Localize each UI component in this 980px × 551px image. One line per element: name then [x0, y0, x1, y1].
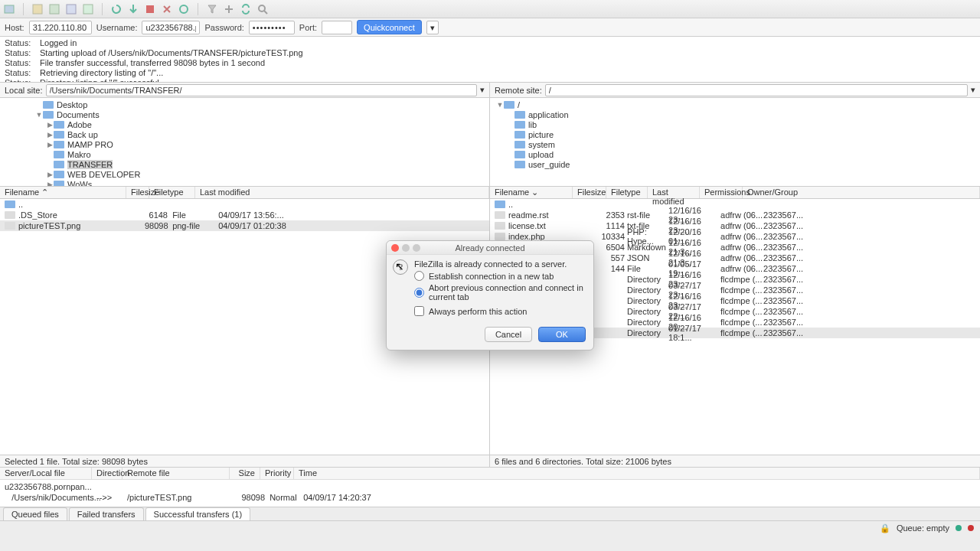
- tree-item-label: application: [528, 110, 569, 119]
- toggle-local-tree-icon[interactable]: [48, 3, 60, 15]
- toggle-log-icon[interactable]: [31, 3, 44, 15]
- folder-icon: [54, 131, 64, 139]
- folder-icon: [514, 151, 525, 158]
- remote-col-filename[interactable]: Filename ⌄: [490, 187, 573, 198]
- cancel-icon[interactable]: [144, 3, 156, 15]
- file-row[interactable]: ..: [490, 199, 980, 210]
- expand-arrow-icon[interactable]: ▶: [46, 181, 54, 187]
- queue-col-priority[interactable]: Priority: [260, 468, 294, 479]
- log-message: Retrieving directory listing of "/"...: [40, 68, 163, 78]
- queue-col-time[interactable]: Time: [294, 468, 980, 479]
- search-icon[interactable]: [256, 3, 269, 15]
- site-manager-icon[interactable]: [3, 3, 15, 15]
- compare-icon[interactable]: [223, 3, 235, 15]
- tree-item-label: WEB DEVELOPER: [67, 170, 140, 179]
- local-col-filename[interactable]: Filename ⌃: [0, 187, 126, 198]
- file-row[interactable]: pictureTEST.png98098 png-file04/09/17 01…: [0, 220, 489, 231]
- cancel-button[interactable]: Cancel: [485, 327, 532, 342]
- folder-icon: [54, 161, 64, 168]
- queue-col-server[interactable]: Server/Local file: [0, 468, 92, 479]
- host-input[interactable]: [29, 21, 92, 34]
- local-site-input[interactable]: [46, 84, 477, 96]
- refresh-icon[interactable]: [110, 3, 122, 15]
- tree-item[interactable]: ▶WEB DEVELOPER: [0, 169, 489, 179]
- tree-item[interactable]: picture: [490, 129, 980, 139]
- password-input[interactable]: [249, 21, 295, 34]
- expand-arrow-icon[interactable]: ▶: [46, 171, 54, 178]
- remote-col-filetype[interactable]: Filetype: [606, 187, 648, 198]
- tree-item[interactable]: ▶WoWs: [0, 179, 489, 186]
- expand-arrow-icon[interactable]: ▼: [35, 111, 43, 119]
- tree-item[interactable]: Makro: [0, 149, 489, 159]
- queue-row[interactable]: /Users/nik/Documents...-->>/pictureTEST.…: [0, 492, 980, 503]
- queue-col-size[interactable]: Size: [230, 468, 260, 479]
- local-col-filetype[interactable]: Filetype: [149, 187, 195, 198]
- transfer-queue[interactable]: u232356788.pornpan... /Users/nik/Documen…: [0, 480, 980, 507]
- reconnect-icon[interactable]: [178, 3, 190, 15]
- filter-icon[interactable]: [206, 3, 218, 15]
- file-row[interactable]: ..: [0, 199, 489, 210]
- file-row[interactable]: readme.rst2353 rst-file12/16/16 23:...ad…: [490, 210, 980, 220]
- quickconnect-history-dropdown[interactable]: ▾: [426, 21, 439, 34]
- file-icon: [495, 211, 505, 219]
- tree-item[interactable]: ▼/: [490, 99, 980, 109]
- tree-item-label: upload: [528, 150, 554, 159]
- tree-item[interactable]: lib: [490, 119, 980, 129]
- remote-col-modified[interactable]: Last modified: [648, 187, 700, 198]
- radio-new-tab[interactable]: Establish connection in a new tab: [414, 271, 586, 281]
- log-label: Status:: [5, 48, 32, 58]
- toggle-queue-icon[interactable]: [82, 3, 94, 15]
- tree-item[interactable]: user_guide: [490, 159, 980, 169]
- remote-site-dropdown[interactable]: ▾: [971, 85, 975, 95]
- remote-col-filesize[interactable]: Filesize: [573, 187, 606, 198]
- process-queue-icon[interactable]: [127, 3, 139, 15]
- tree-item[interactable]: system: [490, 139, 980, 149]
- tree-item[interactable]: ▶MAMP PRO: [0, 139, 489, 149]
- expand-arrow-icon[interactable]: ▶: [46, 121, 54, 129]
- tree-item[interactable]: ▼Documents: [0, 109, 489, 119]
- svg-rect-0: [5, 5, 14, 13]
- folder-icon: [54, 151, 64, 158]
- file-row[interactable]: .DS_Store6148 File04/09/17 13:56:...: [0, 210, 489, 220]
- expand-arrow-icon[interactable]: ▶: [46, 131, 54, 139]
- checkbox-always[interactable]: Always perform this action: [414, 306, 586, 316]
- toggle-remote-tree-icon[interactable]: [65, 3, 77, 15]
- local-col-filesize[interactable]: Filesize: [126, 187, 149, 198]
- status-bar: 🔒 Queue: empty: [0, 521, 980, 535]
- file-row[interactable]: license.txt1114 txt-file12/16/16 23:...a…: [490, 220, 980, 231]
- queue-col-direction[interactable]: Direction: [92, 468, 122, 479]
- dialog-titlebar[interactable]: Already connected: [387, 241, 593, 255]
- remote-col-permissions[interactable]: Permissions: [700, 187, 743, 198]
- remote-tree[interactable]: ▼/applicationlibpicturesystemuploaduser_…: [490, 98, 980, 186]
- local-col-modified[interactable]: Last modified: [195, 187, 489, 198]
- remote-col-owner[interactable]: Owner/Group: [743, 187, 980, 198]
- tab-queued-files[interactable]: Queued files: [3, 507, 67, 520]
- tree-item[interactable]: ▶Back up: [0, 129, 489, 139]
- tree-item-label: lib: [528, 120, 537, 129]
- remote-site-input[interactable]: [545, 84, 968, 96]
- tree-item[interactable]: ▶Adobe: [0, 119, 489, 129]
- tree-item[interactable]: application: [490, 109, 980, 119]
- username-input[interactable]: [142, 21, 200, 34]
- radio-abort-current[interactable]: Abort previous connection and connect in…: [414, 283, 586, 302]
- queue-col-remote[interactable]: Remote file: [122, 468, 230, 479]
- close-icon[interactable]: [391, 244, 399, 252]
- ok-button[interactable]: OK: [538, 327, 586, 342]
- tab-failed-transfers[interactable]: Failed transfers: [69, 507, 144, 520]
- tab-successful-transfers[interactable]: Successful transfers (1): [145, 507, 251, 520]
- local-tree[interactable]: Desktop▼Documents▶Adobe▶Back up▶MAMP PRO…: [0, 98, 490, 186]
- quickconnect-button[interactable]: Quickconnect: [357, 20, 422, 34]
- tree-item[interactable]: TRANSFER: [0, 159, 489, 169]
- list-headers: Filename ⌃ Filesize Filetype Last modifi…: [0, 187, 980, 199]
- sync-browse-icon[interactable]: [240, 3, 252, 15]
- expand-arrow-icon[interactable]: ▼: [496, 101, 504, 109]
- tree-item[interactable]: Desktop: [0, 99, 489, 109]
- disconnect-icon[interactable]: [161, 3, 173, 15]
- local-site-dropdown[interactable]: ▾: [480, 85, 485, 95]
- svg-rect-4: [83, 5, 93, 14]
- port-input[interactable]: [322, 21, 352, 34]
- log-message: Starting upload of /Users/nik/Documents/…: [40, 48, 303, 58]
- expand-arrow-icon[interactable]: ▶: [46, 141, 54, 148]
- tree-item[interactable]: upload: [490, 149, 980, 159]
- queue-row[interactable]: u232356788.pornpan...: [0, 481, 980, 492]
